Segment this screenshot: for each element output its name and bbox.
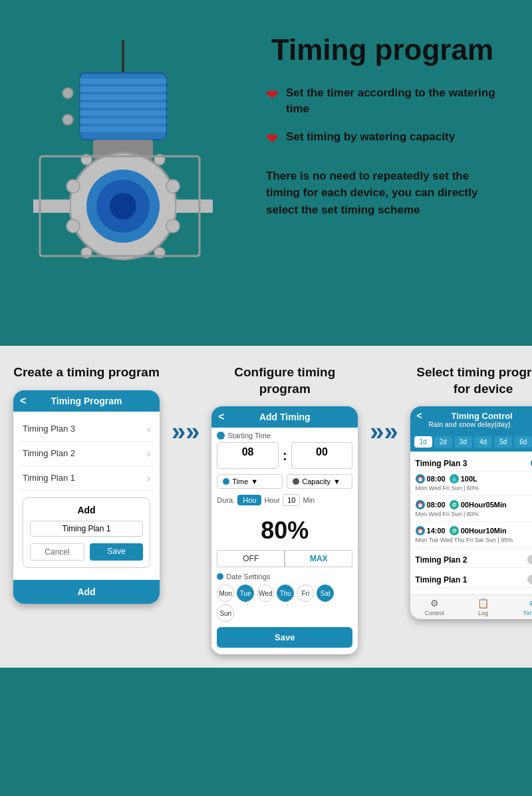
nav-log[interactable]: 📋 Log [459,598,507,616]
day-tue[interactable]: Tue [237,585,254,602]
add-modal: Add Timing Plan 1 Cancel Save [23,497,150,568]
phone2-body: Starting Time 08 : 00 [211,428,358,654]
time-icon [223,478,229,485]
plan-row-3[interactable]: Timing Plan 3 › [20,417,153,442]
time-min-box[interactable]: 00 [291,442,353,469]
dropdowns-row: Time ▼ Capacity ▼ [217,474,352,489]
product-image [20,33,233,313]
plan1-header: Timing Plan 1 OFF [416,572,532,588]
add-modal-title: Add [30,505,143,515]
phone3-body: Timing Plan 3 ON ⏰ 08:00 💧 100L [410,452,532,595]
time-hour-box[interactable]: 08 [217,442,279,469]
sched-time-3: ⏰ 14:00 [416,526,446,535]
plan3-header: Timing Plan 3 ON [416,456,532,471]
time-dropdown[interactable]: Time ▼ [217,474,283,489]
modal-save-button[interactable]: Save [90,543,143,561]
svg-rect-2 [80,78,166,84]
svg-point-17 [166,180,180,193]
right-info: Timing program ❤ Set the timer according… [246,20,512,332]
timing-icon: ≡ [529,598,532,608]
day-sat[interactable]: Sat [317,585,334,602]
capacity-dropdown-label: Capacity [302,477,331,485]
phone3-header: < Timing Control ↻ Rain and snow delay(d… [410,406,532,432]
svg-rect-4 [80,94,166,100]
phone3-header-title: Timing Control [422,411,532,421]
svg-rect-24 [33,199,70,213]
svg-point-10 [63,114,73,125]
svg-point-15 [110,193,136,219]
add-modal-input[interactable]: Timing Plan 1 [30,521,143,537]
plan-row-2[interactable]: Timing Plan 2 › [20,442,153,466]
column-configure: Configure timing program < Add Timing St… [211,364,358,654]
svg-point-18 [66,219,80,233]
dura-label: Dura. [217,496,235,504]
page-title: Timing program [266,33,499,66]
rain-delay-label: Rain and snow delay(day) [417,421,511,428]
description-text: There is no need to repeatedly set the t… [266,168,499,219]
day-thu[interactable]: Thu [277,585,294,602]
top-section: Timing program ❤ Set the timer according… [0,0,532,346]
day-mon[interactable]: Mon [217,585,234,602]
time-hour-value: 08 [242,446,254,458]
plan-row-3-arrow: › [147,424,150,434]
capacity-dropdown[interactable]: Capacity ▼ [287,474,352,489]
plan2-name: Timing Plan 2 [416,555,467,565]
max-button[interactable]: MAX [285,550,352,567]
filter-6d[interactable]: 6d [514,436,532,448]
sched-time-1: ⏰ 08:00 [416,474,446,483]
phone1-back-icon[interactable]: < [20,395,26,407]
modal-cancel-button[interactable]: Cancel [30,543,84,561]
svg-rect-6 [80,110,166,116]
filter-5d[interactable]: 5d [494,436,512,448]
off-button[interactable]: OFF [217,550,285,567]
svg-rect-25 [176,199,213,213]
bottom-columns: Create a timing program < Timing Program… [13,364,519,654]
starting-time-text: Starting Time [227,432,271,440]
phone2-save-button[interactable]: Save [217,627,352,648]
col2-title: Configure timing program [211,364,358,397]
plan1-name: Timing Plan 1 [416,575,467,585]
schedule-item-1: ⏰ 08:00 💧 100L Mon Wed Fri Sun | 60% [416,474,532,496]
phone2-back-icon[interactable]: < [218,411,224,423]
filter-4d[interactable]: 4d [474,436,492,448]
time-dropdown-label: Time [232,477,248,485]
plan-row-1[interactable]: Timing Plan 1 › [20,466,153,491]
nav-control[interactable]: ⚙ Control [410,598,459,616]
percent-display: 80% [217,511,352,550]
svg-rect-5 [80,102,166,108]
dura-input[interactable]: Hou [237,495,261,505]
clock-icon-1: ⏰ [416,474,425,483]
arrow-icon-1: »» [172,418,200,446]
day-wed[interactable]: Wed [257,585,274,602]
filter-3d[interactable]: 3d [454,436,472,448]
control-label: Control [425,610,444,616]
phone3-back-icon[interactable]: < [417,410,422,421]
day-sun[interactable]: Sun [217,604,234,622]
phone-mockup-3: < Timing Control ↻ Rain and snow delay(d… [410,406,532,619]
schedule-item-2: ⏰ 08:00 ⏱ 00Hour05Min Mon Wed Fri Sun | … [416,500,532,522]
clock-icon-2: ⏰ [416,500,425,509]
log-label: Log [478,610,488,616]
svg-point-16 [66,180,80,193]
dura-val[interactable]: 10 [283,494,300,506]
plan-row-1-arrow: › [147,473,150,483]
day-fri[interactable]: Fri [297,585,314,602]
cap-icon-2: ⏱ [450,500,459,509]
plan-row-3-label: Timing Plan 3 [23,424,75,434]
heart-icon-2: ❤ [266,130,278,148]
sched-days-1: Mon Wed Fri Sun | 60% [416,485,532,491]
nav-timing[interactable]: ≡ Timing [507,598,532,616]
filter-1d[interactable]: 1d [414,436,432,448]
time-colon: : [283,442,287,469]
schedule-time-row-3: ⏰ 14:00 ⏱ 00Hour10Min [416,526,532,535]
plan1-toggle[interactable]: OFF [527,575,532,585]
arrow-icon-2: »» [370,418,398,446]
svg-rect-8 [80,126,166,132]
clock-icon-3: ⏰ [416,526,425,535]
plan2-toggle[interactable]: OFF [527,555,532,565]
filter-2d[interactable]: 2d [434,436,452,448]
phone1-footer[interactable]: Add [13,580,160,604]
day-buttons: Mon Tue Wed Thu Fri Sat Sun [217,585,352,622]
plan3-name: Timing Plan 3 [416,459,467,468]
column-select: Select timing program for device < Timin… [410,364,532,619]
